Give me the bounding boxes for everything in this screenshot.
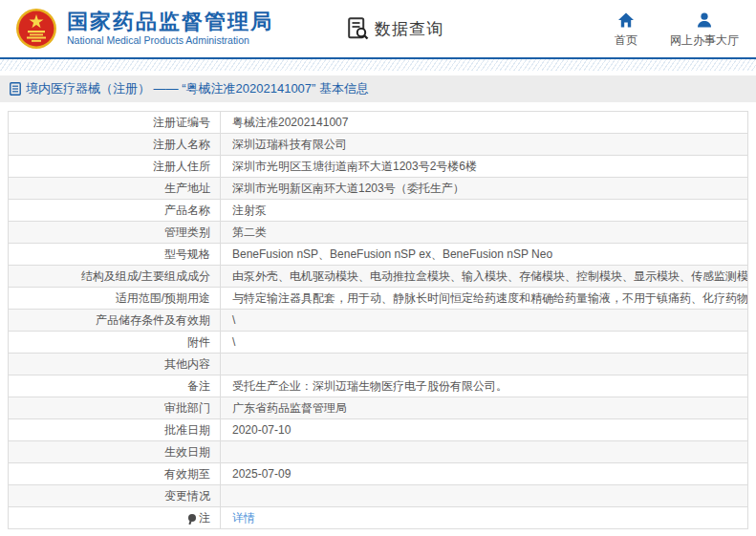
row-label: 结构及组成/主要组成成分 bbox=[9, 266, 221, 288]
table-row: 管理类别 第二类 bbox=[9, 222, 748, 244]
row-label: 生效日期 bbox=[9, 441, 221, 463]
registration-info-table: 注册证编号 粤械注准20202141007 注册人名称 深圳迈瑞科技有限公司 注… bbox=[8, 111, 748, 529]
registration-info-table-wrap: 注册证编号 粤械注准20202141007 注册人名称 深圳迈瑞科技有限公司 注… bbox=[8, 111, 748, 529]
row-value bbox=[221, 441, 748, 463]
row-label: 生产地址 bbox=[9, 178, 221, 200]
table-row: 型号规格 BeneFusion nSP、BeneFusion nSP ex、Be… bbox=[9, 244, 748, 266]
table-row: 注册人住所 深圳市光明区玉塘街道南环大道1203号2号楼6楼 bbox=[9, 156, 748, 178]
row-value: 深圳市光明新区南环大道1203号（委托生产） bbox=[221, 178, 748, 200]
note-icon bbox=[188, 514, 196, 522]
table-row: 适用范围/预期用途 与特定输注器具配套，用于动、静脉长时间恒定给药速度和精确给药… bbox=[9, 288, 748, 310]
row-value bbox=[221, 485, 748, 507]
table-row: 产品名称 注射泵 bbox=[9, 200, 748, 222]
row-label: 备注 bbox=[9, 375, 221, 397]
row-value: 2020-07-10 bbox=[221, 419, 748, 441]
row-label: 型号规格 bbox=[9, 244, 221, 266]
table-row: 其他内容 bbox=[9, 354, 748, 375]
table-row: 生效日期 bbox=[9, 441, 748, 463]
nav-item-service-hall[interactable]: 网上办事大厅 bbox=[670, 11, 739, 49]
table-row: 注册人名称 深圳迈瑞科技有限公司 bbox=[9, 134, 748, 156]
row-label: 审批部门 bbox=[9, 397, 221, 419]
breadcrumb: 境内医疗器械（注册） —— “粤械注准20202141007” 基本信息 bbox=[26, 80, 369, 97]
row-value: \ bbox=[221, 332, 748, 354]
row-label: 适用范围/预期用途 bbox=[9, 288, 221, 310]
table-row: 审批部门 广东省药品监督管理局 bbox=[9, 397, 748, 419]
table-row: 有效期至 2025-07-09 bbox=[9, 463, 748, 485]
data-query-label: 数据查询 bbox=[375, 18, 443, 40]
table-row: 结构及组成/主要组成成分 由泵外壳、电机驱动模块、电动推拉盒模块、输入模块、存储… bbox=[9, 266, 748, 288]
row-label: 变更情况 bbox=[9, 485, 221, 507]
home-icon bbox=[617, 11, 635, 29]
row-value: \ bbox=[221, 310, 748, 332]
row-value: 由泵外壳、电机驱动模块、电动推拉盒模块、输入模块、存储模块、控制模块、显示模块、… bbox=[221, 266, 748, 288]
row-value: 2025-07-09 bbox=[221, 463, 748, 485]
row-label: 有效期至 bbox=[9, 463, 221, 485]
row-label: 管理类别 bbox=[9, 222, 221, 244]
row-value: 广东省药品监督管理局 bbox=[221, 397, 748, 419]
site-title-block: 国家药品监督管理局 National Medical Products Admi… bbox=[67, 11, 273, 47]
row-value: 详情 bbox=[221, 507, 748, 529]
breadcrumb-bar: 境内医疗器械（注册） —— “粤械注准20202141007” 基本信息 bbox=[0, 75, 756, 102]
user-icon bbox=[696, 11, 713, 29]
row-label: 注 bbox=[9, 507, 221, 529]
row-value: BeneFusion nSP、BeneFusion nSP ex、BeneFus… bbox=[221, 244, 748, 266]
row-label: 注册人名称 bbox=[9, 134, 221, 156]
table-row: 注 详情 bbox=[9, 507, 748, 529]
row-value: 与特定输注器具配套，用于动、静脉长时间恒定给药速度和精确给药量输液，不用于镇痛药… bbox=[221, 288, 748, 310]
table-row: 变更情况 bbox=[9, 485, 748, 507]
header-nav: 首页 网上办事大厅 bbox=[615, 11, 739, 49]
nav-item-service-hall-label: 网上办事大厅 bbox=[670, 32, 739, 49]
row-value: 深圳迈瑞科技有限公司 bbox=[221, 134, 748, 156]
row-value bbox=[221, 354, 748, 375]
site-title: 国家药品监督管理局 bbox=[67, 11, 273, 33]
document-search-icon bbox=[348, 17, 369, 40]
row-value: 深圳市光明区玉塘街道南环大道1203号2号楼6楼 bbox=[221, 156, 748, 178]
document-icon bbox=[10, 82, 21, 96]
info-table-body: 注册证编号 粤械注准20202141007 注册人名称 深圳迈瑞科技有限公司 注… bbox=[9, 112, 748, 529]
national-emblem-icon bbox=[15, 8, 57, 50]
table-row: 批准日期 2020-07-10 bbox=[9, 419, 748, 441]
nav-item-home[interactable]: 首页 bbox=[615, 11, 637, 49]
row-label: 批准日期 bbox=[9, 419, 221, 441]
table-row: 产品储存条件及有效期 \ bbox=[9, 310, 748, 332]
table-row: 备注 受托生产企业：深圳迈瑞生物医疗电子股份有限公司。 bbox=[9, 375, 748, 397]
table-row: 附件 \ bbox=[9, 332, 748, 354]
hatch-divider bbox=[0, 59, 756, 71]
row-label: 产品储存条件及有效期 bbox=[9, 310, 221, 332]
row-value: 注射泵 bbox=[221, 200, 748, 222]
site-subtitle: National Medical Products Administration bbox=[67, 33, 273, 47]
table-row: 生产地址 深圳市光明新区南环大道1203号（委托生产） bbox=[9, 178, 748, 200]
data-query-nav[interactable]: 数据查询 bbox=[348, 17, 443, 40]
row-label: 产品名称 bbox=[9, 200, 221, 222]
detail-link[interactable]: 详情 bbox=[232, 511, 255, 525]
row-label: 附件 bbox=[9, 332, 221, 354]
table-row: 注册证编号 粤械注准20202141007 bbox=[9, 112, 748, 134]
site-logo[interactable]: 国家药品监督管理局 National Medical Products Admi… bbox=[15, 8, 273, 50]
row-value: 粤械注准20202141007 bbox=[221, 112, 748, 134]
nav-item-home-label: 首页 bbox=[615, 32, 637, 49]
row-label: 其他内容 bbox=[9, 354, 221, 375]
row-value: 受托生产企业：深圳迈瑞生物医疗电子股份有限公司。 bbox=[221, 375, 748, 397]
row-label: 注册人住所 bbox=[9, 156, 221, 178]
row-label: 注册证编号 bbox=[9, 112, 221, 134]
page-header: 国家药品监督管理局 National Medical Products Admi… bbox=[0, 0, 756, 59]
row-value: 第二类 bbox=[221, 222, 748, 244]
